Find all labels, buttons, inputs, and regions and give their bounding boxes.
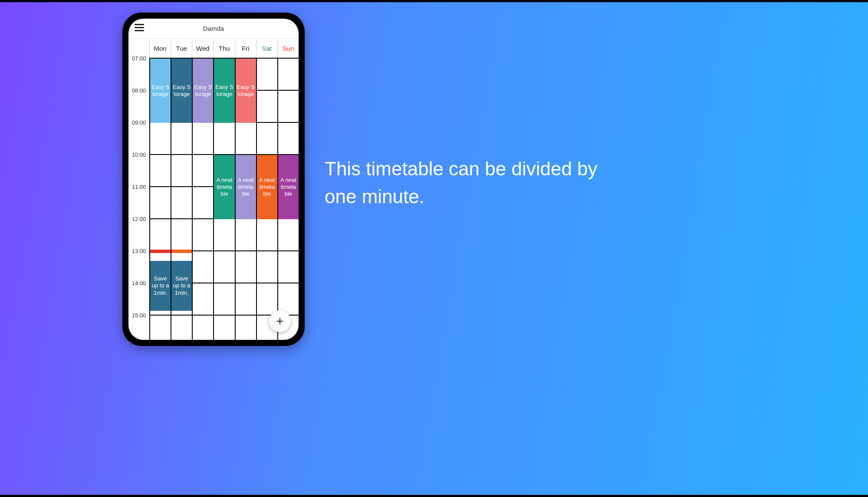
phone-screen: Damda Mon Tue Wed Thu Fri Sat Sun 07:000…	[128, 19, 299, 340]
plus-icon: +	[276, 314, 284, 329]
day-col-sun: A neat timeta ble	[277, 59, 299, 340]
hour-label: 11:00	[128, 184, 149, 190]
promo-background: This timetable can be divided by one min…	[0, 2, 868, 495]
hour-label: 12:00	[128, 216, 149, 222]
event-block[interactable]: Easy S torage	[150, 59, 171, 123]
hamburger-menu-icon[interactable]	[135, 24, 144, 33]
event-block[interactable]: Easy S torage	[171, 59, 192, 123]
hour-label: 08:00	[128, 87, 149, 94]
day-col-sat: A neat timeta ble	[256, 59, 277, 340]
day-header-row: Mon Tue Wed Thu Fri Sat Sun	[128, 39, 299, 59]
day-header-mon: Mon	[149, 39, 171, 58]
add-event-button[interactable]: +	[269, 310, 291, 332]
day-col-fri: Easy S torageA neat timeta ble	[235, 59, 256, 340]
event-block[interactable]: Save up to a 1min.	[171, 261, 192, 311]
day-header-wed: Wed	[192, 39, 213, 58]
phone-frame: Damda Mon Tue Wed Thu Fri Sat Sun 07:000…	[122, 13, 305, 346]
promo-headline: This timetable can be divided by one min…	[325, 155, 602, 211]
hour-label: 14:00	[128, 280, 149, 286]
day-col-tue: Easy S torageSave up to a 1min.	[171, 59, 192, 340]
app-title: Damda	[203, 25, 224, 32]
event-block[interactable]: Easy S torage	[236, 59, 256, 123]
hour-label: 10:00	[128, 151, 149, 158]
day-col-wed: Easy S torage	[192, 59, 213, 340]
day-columns-overlay: Easy S torageSave up to a 1min. Easy S t…	[149, 59, 299, 340]
app-header: Damda	[128, 19, 299, 39]
hour-label: 07:00	[128, 55, 149, 62]
hour-label: 13:00	[128, 248, 149, 254]
day-header-sat: Sat	[256, 39, 277, 58]
timetable[interactable]: Mon Tue Wed Thu Fri Sat Sun 07:0008:0009…	[128, 39, 299, 340]
hour-label: 15:00	[128, 312, 149, 319]
day-header-tue: Tue	[171, 39, 192, 58]
event-block[interactable]: Easy S torage	[193, 59, 213, 123]
day-header-thu: Thu	[213, 39, 234, 58]
day-header-sun: Sun	[277, 39, 299, 58]
event-block[interactable]: A neat timeta ble	[257, 155, 277, 219]
day-col-mon: Easy S torageSave up to a 1min.	[149, 59, 171, 340]
event-block[interactable]: A neat timeta ble	[214, 155, 234, 219]
event-block[interactable]: A neat timeta ble	[236, 155, 256, 219]
day-col-thu: Easy S torageA neat timeta ble	[213, 59, 234, 340]
day-header-fri: Fri	[235, 39, 256, 58]
event-block[interactable]: A neat timeta ble	[278, 155, 299, 219]
event-block[interactable]	[171, 250, 192, 253]
event-block[interactable]: Easy S torage	[214, 59, 234, 123]
hour-label: 09:00	[128, 119, 149, 126]
event-block[interactable]	[150, 250, 171, 253]
event-block[interactable]: Save up to a 1min.	[150, 261, 171, 311]
